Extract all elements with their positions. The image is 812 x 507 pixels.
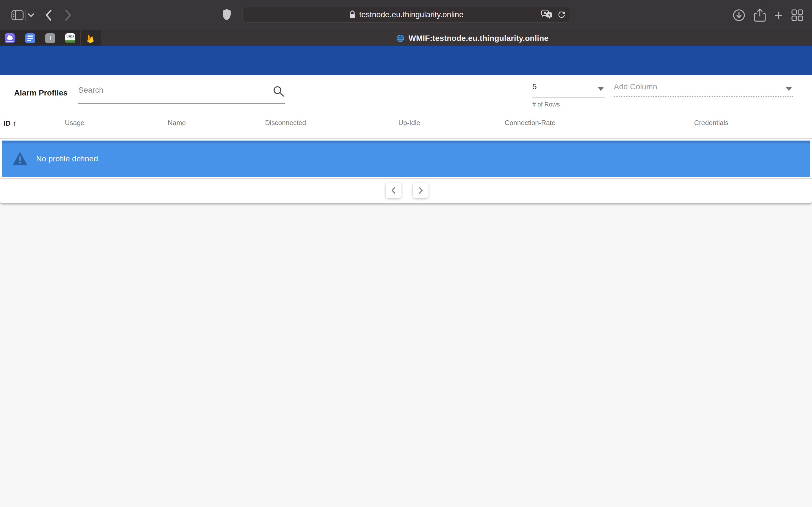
usda-site-icon: USDA: [65, 33, 75, 43]
url-text: testnode.eu.thingularity.online: [359, 10, 463, 19]
search-icon[interactable]: [272, 85, 285, 98]
docs-app-icon: [25, 33, 35, 43]
sidebar-toggle-icon[interactable]: [11, 10, 24, 20]
search-input[interactable]: [79, 86, 264, 95]
rows-per-page-select[interactable]: 5: [532, 82, 605, 98]
rows-per-page-value: 5: [532, 82, 537, 91]
back-button-icon[interactable]: [45, 9, 52, 21]
previous-page-button[interactable]: [386, 182, 402, 198]
new-tab-icon[interactable]: +: [774, 8, 783, 22]
column-header-usage[interactable]: Usage: [65, 119, 84, 127]
add-column-placeholder: Add Column: [614, 82, 657, 91]
firebase-icon: [86, 33, 95, 44]
reload-icon[interactable]: [557, 10, 566, 19]
column-header-id[interactable]: ID↑: [4, 119, 16, 128]
pinned-tab-cloud[interactable]: [0, 31, 20, 46]
table-header-divider: [0, 138, 812, 139]
forward-button-icon[interactable]: [64, 9, 72, 21]
search-field: [78, 83, 285, 104]
address-bar[interactable]: testnode.eu.thingularity.online A x: [243, 7, 570, 22]
column-header-connection-rate[interactable]: Connection-Rate: [505, 119, 555, 127]
privacy-shield-icon[interactable]: [222, 8, 231, 21]
pinned-tab-firebase[interactable]: [81, 31, 101, 46]
svg-text:x: x: [548, 13, 550, 17]
info-app-icon: I: [45, 33, 55, 43]
share-icon[interactable]: [754, 8, 766, 22]
add-column-select[interactable]: Add Column: [614, 82, 793, 98]
column-header-up-idle[interactable]: Up-Idle: [398, 119, 420, 127]
pinned-tabs: I USDA: [0, 31, 101, 46]
downloads-icon[interactable]: [732, 9, 746, 22]
tab-overview-icon[interactable]: [791, 9, 804, 21]
cloud-app-icon: [5, 33, 15, 43]
chevron-down-icon: [786, 87, 792, 91]
browser-toolbar: testnode.eu.thingularity.online A x: [0, 0, 812, 30]
translate-icon[interactable]: A x: [541, 9, 553, 20]
lock-icon: [349, 10, 356, 19]
next-page-button[interactable]: [413, 182, 428, 198]
tab-title: WMIF:testnode.eu.thingularity.online: [409, 34, 549, 43]
sort-ascending-icon: ↑: [13, 119, 16, 127]
empty-state-banner: No profile defined: [2, 140, 810, 177]
app-header: Alarming Admin ?: [0, 46, 812, 75]
active-tab[interactable]: WMIF:testnode.eu.thingularity.online: [101, 31, 812, 46]
tab-bar: I USDA: [0, 30, 812, 46]
section-title: Alarm Profiles: [14, 89, 68, 98]
svg-text:A: A: [544, 10, 547, 15]
pinned-tab-info[interactable]: I: [40, 31, 60, 46]
column-header-disconnected[interactable]: Disconnected: [265, 119, 306, 127]
pinned-tab-usda[interactable]: USDA: [60, 31, 80, 46]
empty-state-message: No profile defined: [36, 140, 98, 177]
rows-caption: # of Rows: [532, 101, 560, 108]
warning-triangle-icon: [13, 152, 27, 165]
column-header-credentials[interactable]: Credentials: [694, 119, 728, 127]
list-bottom-divider: [0, 178, 812, 179]
chevron-down-icon: [598, 87, 604, 91]
globe-favicon: [396, 34, 405, 43]
sidebar-chevron-down-icon[interactable]: [28, 13, 35, 17]
column-header-name[interactable]: Name: [168, 119, 186, 127]
pinned-tab-docs[interactable]: [20, 31, 40, 46]
